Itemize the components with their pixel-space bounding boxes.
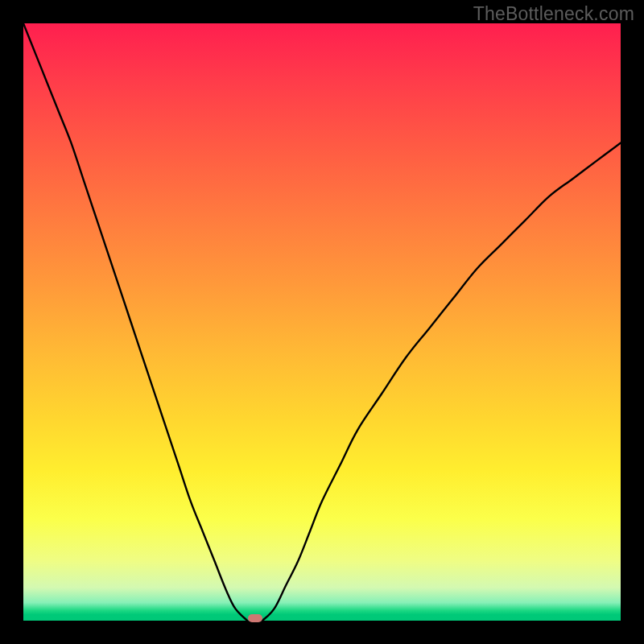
watermark-text: TheBottleneck.com	[473, 3, 634, 25]
curve-left-branch	[23, 23, 247, 621]
bottleneck-curve	[23, 23, 621, 621]
curve-right-branch	[262, 142, 621, 621]
chart-plot-area	[23, 23, 621, 621]
optimum-marker	[248, 614, 262, 622]
